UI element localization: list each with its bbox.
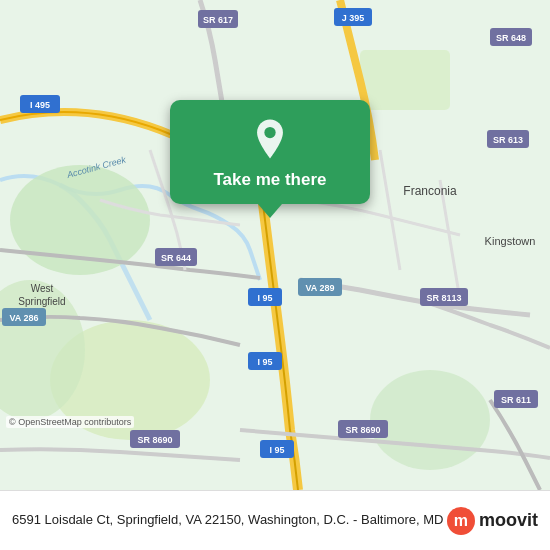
svg-text:SR 8690: SR 8690 <box>137 435 172 445</box>
bottom-bar: 6591 Loisdale Ct, Springfield, VA 22150,… <box>0 490 550 550</box>
svg-text:I 95: I 95 <box>257 293 272 303</box>
svg-text:VA 289: VA 289 <box>305 283 334 293</box>
svg-text:SR 8113: SR 8113 <box>426 293 461 303</box>
svg-text:Franconia: Franconia <box>403 184 457 198</box>
svg-text:West: West <box>31 283 54 294</box>
location-pin-icon <box>249 118 291 160</box>
svg-text:SR 644: SR 644 <box>161 253 191 263</box>
svg-text:J 395: J 395 <box>342 13 365 23</box>
svg-text:SR 648: SR 648 <box>496 33 526 43</box>
location-popup[interactable]: Take me there <box>170 100 370 204</box>
svg-point-3 <box>370 370 490 470</box>
svg-text:I 495: I 495 <box>30 100 50 110</box>
svg-text:SR 613: SR 613 <box>493 135 523 145</box>
moovit-icon: m <box>447 507 475 535</box>
moovit-brand-text: moovit <box>479 510 538 531</box>
address-text: 6591 Loisdale Ct, Springfield, VA 22150,… <box>12 511 447 529</box>
moovit-logo: m moovit <box>447 507 538 535</box>
svg-text:SR 617: SR 617 <box>203 15 233 25</box>
svg-text:Springfield: Springfield <box>18 296 65 307</box>
svg-text:I 95: I 95 <box>257 357 272 367</box>
svg-text:SR 611: SR 611 <box>501 395 531 405</box>
svg-text:I 95: I 95 <box>269 445 284 455</box>
svg-point-41 <box>264 127 275 138</box>
popup-label: Take me there <box>213 170 326 190</box>
svg-rect-5 <box>360 50 450 110</box>
svg-text:Kingstown: Kingstown <box>485 235 536 247</box>
map-container[interactable]: I 495 SR 617 J 395 SR 648 SR 613 SR 644 … <box>0 0 550 490</box>
map-attribution: © OpenStreetMap contributors <box>6 416 134 428</box>
svg-text:VA 286: VA 286 <box>9 313 38 323</box>
svg-text:SR 8690: SR 8690 <box>345 425 380 435</box>
